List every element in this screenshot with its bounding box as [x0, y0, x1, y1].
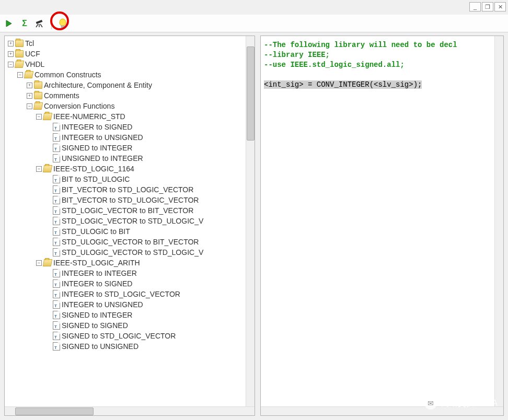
expand-icon[interactable]: + [8, 51, 14, 57]
code-viewer[interactable]: --The following library will need to be … [261, 36, 494, 406]
tree-item[interactable]: −IEEE-NUMERIC_STD [36, 111, 245, 122]
tree-spacer [45, 291, 51, 297]
tree-item[interactable]: −VHDL [8, 59, 245, 69]
watermark-text: 网络交换FPGA [441, 398, 498, 409]
tree-item-label: BIT to STD_ULOGIC [62, 175, 130, 183]
tree-item-label: STD_LOGIC_VECTOR to STD_ULOGIC_V [62, 217, 203, 225]
tree-item[interactable]: BIT_VECTOR to STD_LOGIC_VECTOR [45, 184, 245, 195]
telescope-icon[interactable] [34, 18, 46, 29]
expand-icon[interactable]: + [27, 93, 32, 99]
tree-item[interactable]: STD_LOGIC_VECTOR to BIT_VECTOR [45, 205, 245, 216]
tree-item-label: SIGNED to INTEGER [62, 311, 132, 319]
tree-item[interactable]: −IEEE-STD_LOGIC_ARITH [36, 258, 245, 268]
file-icon [53, 279, 60, 288]
tree-item-label: SIGNED to SIGNED [62, 321, 128, 330]
svg-rect-6 [61, 26, 64, 28]
tree-item-label: INTEGER to UNSIGNED [62, 300, 143, 309]
sigma-icon[interactable]: Σ [19, 18, 30, 29]
svg-line-2 [36, 24, 38, 27]
tree-item[interactable]: BIT_VECTOR to STD_ULOGIC_VECTOR [45, 195, 245, 205]
collapse-icon[interactable]: − [17, 72, 23, 78]
tree-view[interactable]: +Tcl+UCF−VHDL−Common Constructs+Architec… [5, 36, 246, 406]
tree-spacer [45, 208, 51, 214]
tree-item-label: SIGNED to INTEGER [62, 144, 132, 152]
minimize-button[interactable]: _ [469, 2, 481, 11]
tree-item[interactable]: SIGNED to STD_LOGIC_VECTOR [45, 331, 245, 341]
vertical-scrollbar[interactable] [246, 36, 255, 406]
close-button[interactable]: ✕ [494, 2, 506, 11]
tree-item[interactable]: BIT to STD_ULOGIC [45, 174, 245, 184]
file-icon [53, 300, 60, 309]
folder-open-icon [43, 259, 52, 266]
scroll-thumb[interactable] [15, 407, 94, 415]
play-icon[interactable] [3, 18, 15, 29]
tree-item-label: Conversion Functions [44, 102, 114, 110]
tree-item[interactable]: +Architecture, Component & Entity [27, 80, 245, 90]
tree-item[interactable]: −Common Constructs [17, 69, 245, 80]
wechat-icon: ✉ [424, 397, 437, 410]
tree-item[interactable]: STD_ULOGIC to BIT [45, 226, 245, 237]
tree-item[interactable]: SIGNED to UNSIGNED [45, 341, 245, 352]
tree-spacer [45, 197, 51, 203]
tree-spacer [45, 187, 51, 193]
horizontal-scrollbar[interactable] [5, 406, 255, 415]
folder-open-icon [33, 102, 43, 110]
tree-item-label: INTEGER to SIGNED [62, 123, 132, 131]
tree-item[interactable]: +Comments [27, 90, 245, 101]
tree-item-label: Architecture, Component & Entity [44, 81, 152, 89]
tree-item[interactable]: UNSIGNED to INTEGER [45, 153, 245, 164]
tree-spacer [45, 124, 51, 130]
svg-point-5 [60, 19, 66, 26]
tree-spacer [45, 218, 51, 224]
tree-item-label: INTEGER to STD_LOGIC_VECTOR [62, 290, 180, 298]
tree-item[interactable]: INTEGER to UNSIGNED [45, 132, 245, 143]
collapse-icon[interactable]: − [8, 62, 14, 67]
tree-item[interactable]: SIGNED to INTEGER [45, 143, 245, 153]
file-icon [53, 332, 60, 340]
tree-item-label: IEEE-STD_LOGIC_ARITH [53, 259, 140, 267]
tree-spacer [45, 250, 51, 255]
tree-item[interactable]: INTEGER to INTEGER [45, 268, 245, 278]
folder-icon [15, 50, 24, 57]
collapse-icon[interactable]: − [27, 103, 32, 109]
expand-icon[interactable]: + [27, 83, 32, 88]
tree-item-label: Tcl [25, 39, 34, 48]
tree-spacer [45, 333, 51, 339]
folder-open-icon [15, 61, 24, 68]
tree-item[interactable]: −IEEE-STD_LOGIC_1164 [36, 164, 245, 174]
vertical-scrollbar[interactable] [494, 36, 503, 406]
file-icon [53, 196, 60, 204]
collapse-icon[interactable]: − [36, 260, 42, 266]
tree-item-label: STD_ULOGIC_VECTOR to BIT_VECTOR [62, 238, 199, 246]
folder-open-icon [43, 113, 52, 120]
file-icon [53, 248, 60, 256]
tree-item[interactable]: INTEGER to STD_LOGIC_VECTOR [45, 289, 245, 299]
tree-item[interactable]: STD_LOGIC_VECTOR to STD_ULOGIC_V [45, 216, 245, 226]
tree-panel: +Tcl+UCF−VHDL−Common Constructs+Architec… [4, 36, 255, 416]
tree-item[interactable]: INTEGER to SIGNED [45, 122, 245, 132]
tree-item[interactable]: +Tcl [8, 38, 245, 49]
tree-item[interactable]: INTEGER to SIGNED [45, 278, 245, 289]
tree-item[interactable]: SIGNED to SIGNED [45, 320, 245, 331]
tree-spacer [45, 344, 51, 349]
file-icon [53, 321, 60, 330]
tree-item-label: IEEE-STD_LOGIC_1164 [53, 165, 134, 173]
tree-spacer [45, 145, 51, 151]
tree-item-label: Comments [44, 91, 79, 100]
scroll-thumb[interactable] [247, 46, 255, 141]
tree-item[interactable]: STD_ULOGIC_VECTOR to BIT_VECTOR [45, 237, 245, 247]
tree-item[interactable]: INTEGER to UNSIGNED [45, 299, 245, 310]
toolbar-separator [51, 18, 52, 29]
expand-icon[interactable]: + [8, 41, 14, 46]
tree-item-label: IEEE-NUMERIC_STD [53, 112, 125, 121]
maximize-button[interactable]: ❐ [482, 2, 493, 11]
tree-item[interactable]: −Conversion Functions [27, 101, 245, 111]
file-icon [53, 154, 60, 162]
tree-item[interactable]: STD_ULOGIC_VECTOR to STD_LOGIC_V [45, 247, 245, 258]
tree-item[interactable]: SIGNED to INTEGER [45, 310, 245, 320]
lightbulb-icon[interactable] [57, 18, 68, 29]
collapse-icon[interactable]: − [36, 114, 42, 120]
file-icon [53, 123, 60, 131]
collapse-icon[interactable]: − [36, 166, 42, 172]
tree-item[interactable]: +UCF [8, 49, 245, 59]
